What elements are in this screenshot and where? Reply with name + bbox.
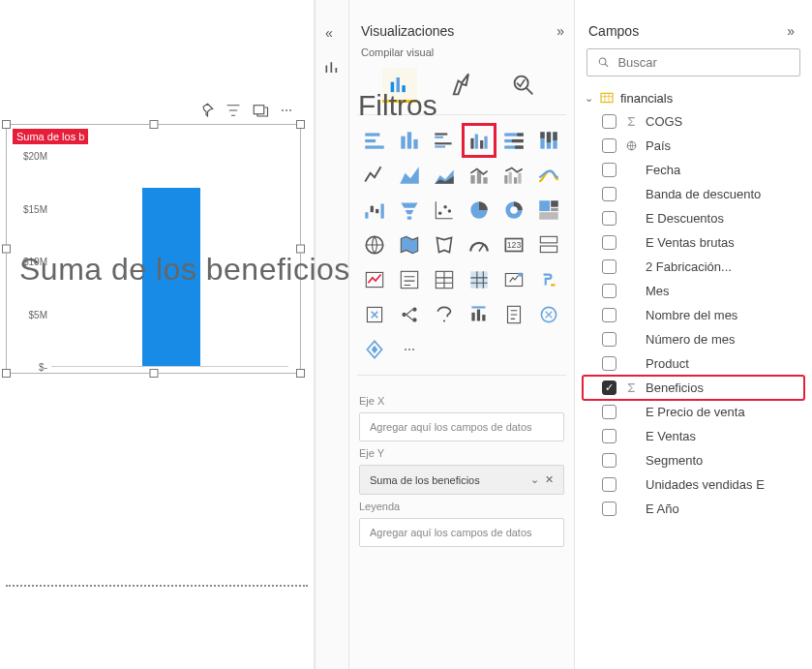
viz-multi-row-card[interactable] [533,229,564,260]
viz-stacked-bar[interactable] [359,125,390,156]
viz-decomposition[interactable] [394,299,425,330]
tab-format[interactable] [444,68,479,103]
viz-more[interactable]: ⋯ [394,334,425,365]
viz-treemap[interactable] [533,195,564,226]
field-row[interactable]: COGS [583,109,804,134]
viz-map[interactable] [359,229,390,260]
tab-analytics[interactable] [506,68,541,103]
resize-handle[interactable] [2,369,11,378]
field-row[interactable]: Unidades vendidas E [583,472,804,497]
filter-icon[interactable] [225,102,242,119]
legend-well[interactable]: Agregar aquí los campos de datos [359,518,564,547]
field-row[interactable]: E Ventas brutas [583,230,804,255]
viz-funnel[interactable] [394,195,425,226]
resize-handle[interactable] [296,369,305,378]
field-row[interactable]: Segmento [583,448,804,472]
resize-handle[interactable] [296,120,305,129]
field-row[interactable]: E Año [583,497,804,521]
field-row[interactable]: ✓Beneficios [583,376,804,400]
bar[interactable] [142,188,200,366]
viz-paginated[interactable] [498,299,529,330]
field-row[interactable]: Banda de descuento [583,182,804,206]
viz-card[interactable]: 123 [498,229,529,260]
field-checkbox[interactable] [602,332,617,347]
field-checkbox[interactable] [602,502,617,516]
field-row[interactable]: Product [583,351,804,376]
pin-icon[interactable] [197,102,215,119]
viz-line[interactable] [359,160,390,191]
viz-clustered-bar[interactable] [429,125,460,156]
more-icon[interactable]: ⋯ [279,104,294,117]
viz-qna[interactable] [429,299,460,330]
viz-filled-map[interactable] [394,229,425,260]
collapse-fields-icon[interactable]: » [787,23,795,39]
field-checkbox[interactable] [602,163,617,177]
viz-py[interactable] [533,264,564,295]
viz-pie[interactable] [464,195,495,226]
expand-filters-icon[interactable]: « [325,25,333,41]
field-row[interactable]: Mes [583,279,804,303]
field-checkbox[interactable] [602,259,617,274]
viz-scatter[interactable] [429,195,460,226]
viz-narrative[interactable] [464,299,495,330]
field-row[interactable]: Número de mes [583,327,804,351]
resize-handle[interactable] [296,245,305,254]
tab-build[interactable] [382,68,417,103]
field-checkbox[interactable] [602,308,617,322]
viz-100-stacked-column[interactable] [533,125,564,156]
viz-table[interactable] [429,264,460,295]
field-checkbox[interactable] [602,405,617,419]
field-checkbox[interactable] [602,356,617,371]
viz-stacked-area[interactable] [429,160,460,191]
report-canvas[interactable]: ⋯ Suma de los b $20M $15M $10M $5M $- [0,0,315,669]
field-checkbox[interactable] [602,453,617,468]
resize-handle[interactable] [149,369,158,378]
viz-clustered-column[interactable] [464,125,495,156]
field-checkbox[interactable] [602,284,617,298]
resize-handle[interactable] [2,120,11,129]
field-checkbox[interactable] [602,477,617,492]
filters-pane-collapsed[interactable]: « [315,0,349,669]
field-row[interactable]: 2 Fabricación... [583,255,804,279]
field-row[interactable]: Fecha [583,158,804,182]
viz-slicer[interactable] [394,264,425,295]
field-checkbox[interactable] [602,114,617,129]
viz-kpi[interactable] [359,264,390,295]
field-row[interactable]: E Descuentos [583,206,804,230]
field-row[interactable]: Nombre del mes [583,303,804,327]
viz-ribbon[interactable] [533,160,564,191]
viz-area[interactable] [394,160,425,191]
field-checkbox[interactable] [602,235,617,250]
resize-handle[interactable] [149,120,158,129]
remove-field-icon[interactable]: ✕ [545,473,554,486]
viz-waterfall[interactable] [359,195,390,226]
axis-x-well[interactable]: Agregar aquí los campos de datos [359,412,564,441]
field-row[interactable]: País [583,134,804,158]
visual-selection-frame[interactable]: ⋯ Suma de los b $20M $15M $10M $5M $- [6,124,301,374]
field-checkbox[interactable] [602,429,617,443]
viz-line-clustered-column[interactable] [498,160,529,191]
field-checkbox[interactable] [602,187,617,201]
chevron-down-icon[interactable]: ⌄ [530,473,539,486]
field-checkbox[interactable] [602,211,617,226]
focus-mode-icon[interactable] [252,102,269,119]
bar-chart-visual[interactable]: Suma de los b $20M $15M $10M $5M $- [13,129,294,367]
viz-r[interactable] [498,264,529,295]
viz-shape-map[interactable] [429,229,460,260]
viz-line-stacked-column[interactable] [464,160,495,191]
resize-handle[interactable] [2,245,11,254]
viz-gauge[interactable] [464,229,495,260]
field-checkbox[interactable] [602,138,617,153]
viz-key-influencers[interactable] [359,299,390,330]
viz-stacked-column[interactable] [394,125,425,156]
viz-arcgis[interactable] [533,299,564,330]
field-row[interactable]: E Ventas [583,424,804,448]
table-financials[interactable]: ⌄ financials [583,86,804,109]
axis-y-well[interactable]: Suma de los beneficios ⌄ ✕ [359,465,564,495]
viz-matrix[interactable] [464,264,495,295]
viz-donut[interactable] [498,195,529,226]
page-tab-strip[interactable] [6,585,308,614]
viz-power-apps[interactable] [359,334,390,365]
viz-100-stacked-bar[interactable] [498,125,529,156]
field-row[interactable]: E Precio de venta [583,400,804,424]
